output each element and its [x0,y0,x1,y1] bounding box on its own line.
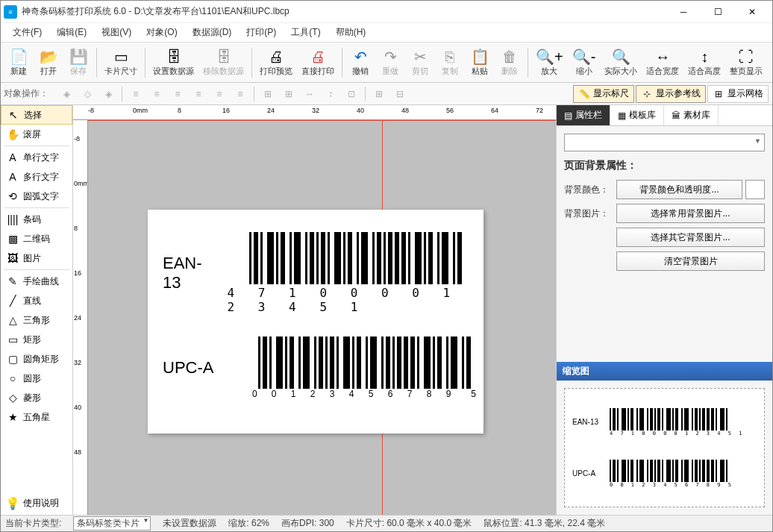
toolbar-打印预览[interactable]: 🖨打印预览 [255,45,297,81]
tab-assets[interactable]: 🏛素材库 [664,105,719,125]
align-right-icon[interactable]: ≡ [168,85,187,103]
layer-mid-icon[interactable]: ◇ [78,85,97,103]
toolbar-粘贴[interactable]: 📋粘贴 [465,45,495,81]
toolbar-放大[interactable]: 🔍+放大 [531,45,568,81]
canvas[interactable]: EAN-13 4 7 1 0 0 0 0 1 2 3 4 5 1 UPC-A [88,120,556,515]
status-zoom: 缩放: 62% [228,517,269,530]
bgimg-common-button[interactable]: 选择常用背景图片... [616,204,765,223]
toolbar-打开[interactable]: 📂打开 [34,45,63,81]
tab-properties[interactable]: ▤属性栏 [557,105,610,125]
toolbar-直接打印[interactable]: 🖨直接打印 [297,45,339,81]
适合高度-icon: ↕ [701,48,708,66]
guide-icon: ⊹ [641,89,653,99]
barcode-upca[interactable]: UPC-A 0 0 1 2 3 4 5 6 7 8 9 5 [163,337,476,399]
ungroup-icon[interactable]: ⊟ [390,85,410,103]
tool-条码[interactable]: ||||条码 [1,210,72,229]
menubar: 文件(F)编辑(E)视图(V)对象(O)数据源(D)打印(P)工具(T)帮助(H… [1,23,772,43]
same-w-icon[interactable]: ↔ [300,85,319,103]
tab-templates[interactable]: ▦模板库 [610,105,664,125]
menu-打印(P)[interactable]: 打印(P) [239,24,284,41]
close-button[interactable]: ✕ [735,1,769,23]
toolbar-删除: 🗑删除 [495,45,525,81]
align-left-icon[interactable]: ≡ [126,85,145,103]
same-h-icon[interactable]: ↕ [321,85,340,103]
bgimg-clear-button[interactable]: 清空背景图片 [616,251,765,271]
guide-line-h[interactable] [88,120,556,121]
status-type-combo[interactable]: 条码标签类卡片 [73,516,151,531]
status-type-label: 当前卡片类型: [5,517,61,530]
template-icon: ▦ [618,110,626,121]
same-size-icon[interactable]: ⊡ [342,85,361,103]
dist-v-icon[interactable]: ⊞ [279,85,298,103]
pen-icon: ✎ [5,275,20,287]
bgcolor-swatch[interactable] [745,180,765,199]
menu-视图(V)[interactable]: 视图(V) [94,24,139,41]
toolbar-实际大小[interactable]: 🔍实际大小 [600,45,642,81]
object-selector-combo[interactable] [564,134,765,151]
tool-选择[interactable]: ↖选择 [1,105,72,125]
minimize-button[interactable]: ─ [666,1,701,23]
status-size: 卡片尺寸: 60.0 毫米 x 40.0 毫米 [346,517,472,530]
layer-back-icon[interactable]: ◈ [98,85,118,103]
group-icon[interactable]: ⊞ [369,85,389,103]
show-ruler-toggle[interactable]: 📏显示标尺 [573,85,634,103]
设置数据源-icon: 🗄 [166,48,181,66]
menu-工具(T)[interactable]: 工具(T) [284,24,328,41]
main-toolbar: 📄新建📂打开💾保存▭卡片尺寸🗄设置数据源🗄移除数据源🖨打印预览🖨直接打印↶撤销↷… [1,43,772,83]
right-tabs: ▤属性栏 ▦模板库 🏛素材库 [557,105,772,126]
tool-二维码[interactable]: ▩二维码 [1,229,72,248]
tool-五角星[interactable]: ★五角星 [1,407,72,427]
menu-编辑(E)[interactable]: 编辑(E) [49,24,94,41]
cursor-icon: ↖ [6,109,21,121]
tool-圆角矩形[interactable]: ▢圆角矩形 [1,349,72,369]
help-button[interactable]: 💡使用说明 [1,492,72,515]
align-center-icon[interactable]: ≡ [147,85,166,103]
打印预览-icon: 🖨 [269,48,284,66]
ruler-icon: 📏 [578,89,590,99]
toolbar-适合宽度[interactable]: ↔适合宽度 [642,45,683,81]
tool-单行文字[interactable]: A单行文字 [1,148,72,167]
barcode-bars [258,337,471,389]
tool-直线[interactable]: ╱直线 [1,291,72,310]
align-bot-icon[interactable]: ≡ [231,85,250,103]
tool-手绘曲线[interactable]: ✎手绘曲线 [1,272,72,291]
align-top-icon[interactable]: ≡ [189,85,208,103]
menu-对象(O)[interactable]: 对象(O) [139,24,184,41]
bgimg-label: 背景图片： [564,207,616,220]
toolbar-整页显示[interactable]: ⛶整页显示 [725,45,767,81]
align-mid-icon[interactable]: ≡ [210,85,229,103]
show-guide-toggle[interactable]: ⊹显示参考线 [636,85,706,103]
粘贴-icon: 📋 [471,48,489,66]
tool-圆形[interactable]: ○圆形 [1,369,72,388]
toolbar-设置数据源[interactable]: 🗄设置数据源 [148,45,198,81]
show-grid-toggle[interactable]: ⊞显示网格 [707,85,769,103]
整页显示-icon: ⛶ [739,48,754,66]
hand-icon: ✋ [5,128,20,140]
menu-文件(F)[interactable]: 文件(F) [5,24,49,41]
dist-h-icon[interactable]: ⊞ [258,85,278,103]
toolbar-卡片尺寸[interactable]: ▭卡片尺寸 [100,45,142,81]
maximize-button[interactable]: ☐ [701,1,735,23]
tool-滚屏[interactable]: ✋滚屏 [1,125,72,144]
barcode-digits: 4 7 1 0 0 0 0 1 2 3 4 5 1 [228,286,483,314]
剪切-icon: ✂ [414,48,427,66]
tool-图片[interactable]: 🖼图片 [1,248,72,268]
menu-帮助(H)[interactable]: 帮助(H) [328,24,374,41]
label-page[interactable]: EAN-13 4 7 1 0 0 0 0 1 2 3 4 5 1 UPC-A [148,210,483,434]
horizontal-ruler: -80mm81624324048566472 [73,105,556,120]
layer-front-icon[interactable]: ◈ [57,85,76,103]
menu-数据源(D)[interactable]: 数据源(D) [185,24,240,41]
tool-矩形[interactable]: ▭矩形 [1,330,72,349]
barcode-ean13[interactable]: EAN-13 4 7 1 0 0 0 0 1 2 3 4 5 1 [163,232,483,314]
toolbar-撤销[interactable]: ↶撤销 [345,45,375,81]
tool-圆弧文字[interactable]: ⟲圆弧文字 [1,187,72,206]
bgimg-other-button[interactable]: 选择其它背景图片... [616,228,765,247]
tool-菱形[interactable]: ◇菱形 [1,388,72,407]
tool-多行文字[interactable]: A多行文字 [1,167,72,187]
tool-三角形[interactable]: △三角形 [1,310,72,330]
toolbar-适合高度[interactable]: ↕适合高度 [683,45,725,81]
bgcolor-button[interactable]: 背景颜色和透明度... [616,180,742,199]
toolbar-缩小[interactable]: 🔍-缩小 [568,45,601,81]
toolbar-新建[interactable]: 📄新建 [4,45,34,81]
重做-icon: ↷ [384,48,397,66]
